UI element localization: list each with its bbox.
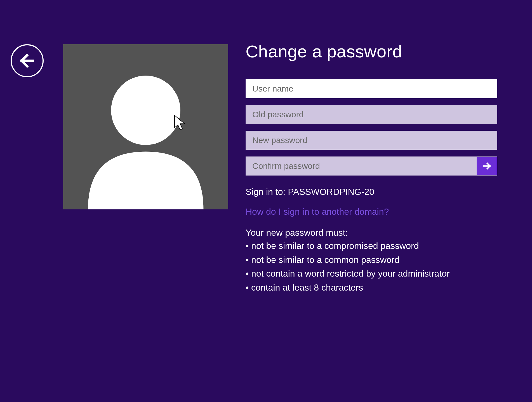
password-rule: not be similar to a compromised password <box>246 239 500 253</box>
arrow-right-icon <box>481 160 492 172</box>
old-password-field[interactable] <box>246 105 497 124</box>
password-rules-list: not be similar to a compromised password… <box>246 239 500 295</box>
user-avatar <box>63 44 228 209</box>
password-rules-intro: Your new password must: <box>246 228 500 238</box>
page-title: Change a password <box>246 41 500 61</box>
change-password-form: Change a password Sign in to: PASSWORDPI… <box>246 41 500 295</box>
back-button[interactable] <box>11 44 44 77</box>
person-icon <box>63 44 228 209</box>
username-field[interactable] <box>246 79 497 98</box>
arrow-left-icon <box>18 51 37 70</box>
submit-button[interactable] <box>477 157 497 175</box>
confirm-password-field[interactable] <box>246 156 497 176</box>
password-rule: not be similar to a common password <box>246 253 500 267</box>
password-rule: contain at least 8 characters <box>246 281 500 295</box>
svg-point-0 <box>111 76 180 145</box>
signin-domain-label: Sign in to: PASSWORDPING-20 <box>246 187 500 197</box>
new-password-field[interactable] <box>246 131 497 150</box>
password-rule: not contain a word restricted by your ad… <box>246 267 500 281</box>
domain-help-link[interactable]: How do I sign in to another domain? <box>246 207 500 217</box>
